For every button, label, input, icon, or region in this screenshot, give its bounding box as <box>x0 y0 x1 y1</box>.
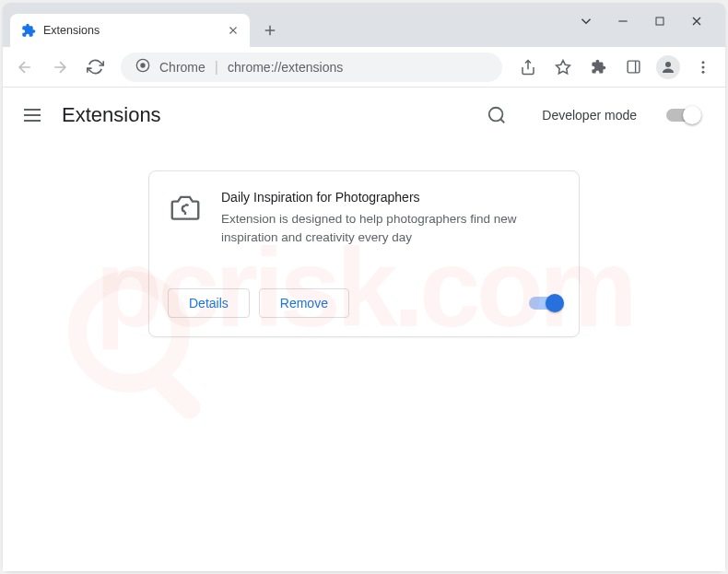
developer-mode-toggle[interactable] <box>666 109 699 122</box>
omnibox-label: Chrome <box>159 60 205 75</box>
bookmark-icon[interactable] <box>548 53 578 82</box>
extensions-icon[interactable] <box>583 53 613 82</box>
extension-name: Daily Inspiration for Photographers <box>221 190 560 205</box>
back-button[interactable] <box>10 53 40 82</box>
toolbar: Chrome | chrome://extensions <box>3 47 725 88</box>
details-button[interactable]: Details <box>168 288 250 318</box>
camera-icon <box>168 190 203 225</box>
maximize-button[interactable] <box>652 13 668 29</box>
chevron-down-icon[interactable] <box>578 13 594 29</box>
extension-description: Extension is designed to help photograph… <box>221 210 560 248</box>
page-content: Extensions Developer mode Daily Inspirat… <box>3 88 725 571</box>
forward-button[interactable] <box>45 53 75 82</box>
svg-point-6 <box>702 65 705 68</box>
titlebar: Extensions <box>3 3 725 47</box>
omnibox-url: chrome://extensions <box>228 60 343 75</box>
tab-title: Extensions <box>43 24 218 37</box>
close-window-button[interactable] <box>688 13 705 29</box>
address-bar[interactable]: Chrome | chrome://extensions <box>121 53 502 82</box>
svg-rect-3 <box>628 61 640 73</box>
sidepanel-icon[interactable] <box>618 53 648 82</box>
puzzle-icon <box>21 23 36 38</box>
search-icon[interactable] <box>487 105 507 125</box>
svg-point-8 <box>489 108 503 122</box>
developer-mode-label: Developer mode <box>542 108 637 123</box>
new-tab-button[interactable] <box>257 18 283 43</box>
svg-point-2 <box>140 63 145 67</box>
remove-button[interactable]: Remove <box>259 288 349 318</box>
svg-point-4 <box>665 62 671 67</box>
svg-point-5 <box>702 61 705 64</box>
browser-tab[interactable]: Extensions <box>10 14 250 47</box>
page-title: Extensions <box>62 103 468 127</box>
close-icon[interactable] <box>226 23 241 38</box>
hamburger-icon[interactable] <box>21 104 43 126</box>
extension-toggle[interactable] <box>529 297 560 310</box>
reload-button[interactable] <box>80 53 110 82</box>
share-icon[interactable] <box>513 53 543 82</box>
minimize-button[interactable] <box>615 13 631 29</box>
extension-card: Daily Inspiration for Photographers Exte… <box>148 170 580 337</box>
svg-rect-0 <box>656 18 663 25</box>
profile-button[interactable] <box>653 53 683 82</box>
chrome-icon <box>135 58 150 76</box>
svg-point-7 <box>702 70 705 73</box>
menu-icon[interactable] <box>688 53 718 82</box>
